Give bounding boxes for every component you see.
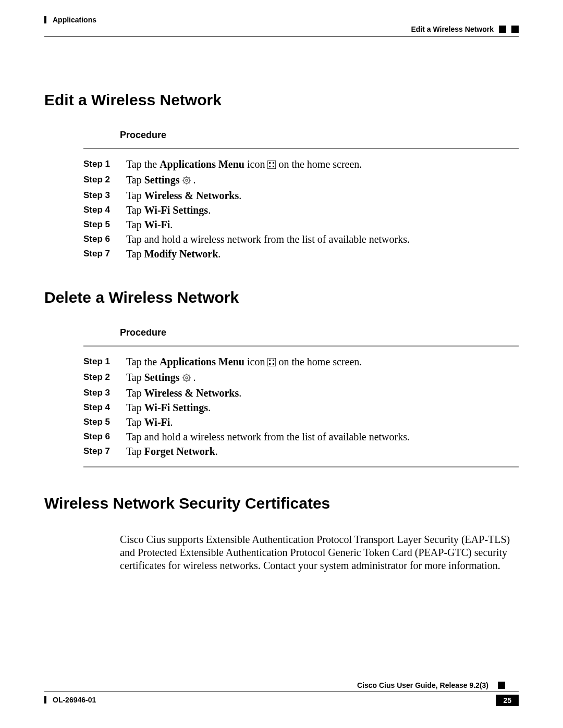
square-icon <box>498 682 505 689</box>
text: icon <box>244 158 267 170</box>
section-title-edit: Edit a Wireless Network <box>44 91 519 109</box>
page-footer: Cisco Cius User Guide, Release 9.2(3) OL… <box>44 692 519 712</box>
text: Tap <box>126 372 144 383</box>
step-text: Tap the Applications Menu icon on the ho… <box>126 355 519 369</box>
steps-top-rule <box>83 346 519 347</box>
svg-point-21 <box>186 377 188 379</box>
step-label: Step 3 <box>83 386 115 400</box>
edit-steps: Step 1 Tap the Applications Menu icon on… <box>83 148 519 261</box>
text: Tap <box>126 416 144 428</box>
text: Tap <box>126 402 144 413</box>
step-label: Step 4 <box>83 401 115 414</box>
step-text: Tap Settings . <box>126 371 519 385</box>
step-row: Step 6 Tap and hold a wireless network f… <box>83 430 519 443</box>
square-icon <box>511 26 519 33</box>
header-left: Applications <box>44 16 96 24</box>
svg-rect-16 <box>269 360 271 361</box>
page-header: Applications Edit a Wireless Network <box>44 16 519 44</box>
text: . <box>191 372 196 383</box>
step-text: Tap Modify Network. <box>126 247 519 261</box>
text: Tap the <box>126 158 160 170</box>
step-label: Step 1 <box>83 355 115 369</box>
text: Tap <box>126 387 144 399</box>
section-title-delete: Delete a Wireless Network <box>44 289 519 306</box>
step-label: Step 7 <box>83 445 115 458</box>
bold-text: Wi-Fi Settings <box>144 204 208 216</box>
step-text: Tap the Applications Menu icon on the ho… <box>126 157 519 172</box>
procedure-heading: Procedure <box>120 327 519 338</box>
bold-text: Applications Menu <box>160 158 244 170</box>
delete-steps: Step 1 Tap the Applications Menu icon on… <box>83 346 519 467</box>
applications-menu-icon <box>267 158 276 172</box>
step-row: Step 4 Tap Wi-Fi Settings. <box>83 401 519 414</box>
text: on the home screen. <box>276 158 362 170</box>
bold-text: Forget Network <box>144 446 215 457</box>
step-text: Tap and hold a wireless network from the… <box>126 232 519 246</box>
step-text: Tap Wi-Fi. <box>126 218 519 231</box>
footer-doc-id: OL-26946-01 <box>53 696 96 704</box>
header-bar-icon <box>44 16 46 23</box>
svg-rect-2 <box>273 162 274 164</box>
text: . <box>218 248 221 260</box>
text: . <box>208 402 211 413</box>
step-label: Step 4 <box>83 203 115 217</box>
step-row: Step 7 Tap Modify Network. <box>83 247 519 261</box>
step-label: Step 6 <box>83 232 115 246</box>
step-row: Step 6 Tap and hold a wireless network f… <box>83 232 519 246</box>
text: Tap <box>126 248 144 260</box>
footer-guide-title: Cisco Cius User Guide, Release 9.2(3) <box>357 681 488 689</box>
page-number: 25 <box>496 695 519 706</box>
svg-rect-15 <box>267 358 276 366</box>
header-section-label: Edit a Wireless Network <box>411 25 494 33</box>
svg-rect-18 <box>269 363 271 365</box>
content: Edit a Wireless Network Procedure Step 1… <box>44 91 519 635</box>
bold-text: Modify Network <box>144 248 218 260</box>
steps-top-rule <box>83 148 519 149</box>
bold-text: Wi-Fi <box>144 416 170 428</box>
step-text: Tap Wi-Fi. <box>126 415 519 429</box>
step-text: Tap and hold a wireless network from the… <box>126 430 519 443</box>
page: Applications Edit a Wireless Network Edi… <box>0 0 563 728</box>
bold-text: Applications Menu <box>160 356 244 367</box>
step-label: Step 2 <box>83 371 115 385</box>
step-text: Tap Wi-Fi Settings. <box>126 203 519 217</box>
text: . <box>170 219 173 230</box>
text: . <box>239 387 241 399</box>
text: Tap <box>126 190 144 201</box>
text: . <box>170 416 173 428</box>
step-row: Step 3 Tap Wireless & Networks. <box>83 386 519 400</box>
step-row: Step 7 Tap Forget Network. <box>83 445 519 458</box>
text: . <box>191 174 196 186</box>
square-icon <box>499 26 506 33</box>
bold-text: Wi-Fi <box>144 219 170 230</box>
bold-text: Wi-Fi Settings <box>144 402 208 413</box>
footer-right: Cisco Cius User Guide, Release 9.2(3) <box>357 681 519 689</box>
footer-rule <box>44 692 519 692</box>
procedure-heading: Procedure <box>120 130 519 141</box>
step-label: Step 2 <box>83 173 115 188</box>
bold-text: Wireless & Networks <box>144 387 239 399</box>
svg-rect-1 <box>269 162 271 164</box>
text: on the home screen. <box>276 356 362 367</box>
bold-text: Wireless & Networks <box>144 190 239 201</box>
text: . <box>208 204 211 216</box>
step-row: Step 5 Tap Wi-Fi. <box>83 218 519 231</box>
text: Tap <box>126 174 144 186</box>
step-text: Tap Forget Network. <box>126 445 519 458</box>
step-row: Step 2 Tap Settings . <box>83 371 519 385</box>
bold-text: Settings <box>144 174 180 186</box>
text: . <box>215 446 218 457</box>
svg-point-6 <box>186 179 188 181</box>
text: Tap <box>126 446 144 457</box>
step-text: Tap Wireless & Networks. <box>126 189 519 202</box>
certs-body: Cisco Cius supports Extensible Authentic… <box>120 533 519 572</box>
step-row: Step 2 Tap Settings . <box>83 173 519 188</box>
svg-rect-17 <box>273 360 274 361</box>
step-row: Step 4 Tap Wi-Fi Settings. <box>83 203 519 217</box>
step-text: Tap Settings . <box>126 173 519 188</box>
step-text: Tap Wi-Fi Settings. <box>126 401 519 414</box>
section-title-certs: Wireless Network Security Certificates <box>44 495 519 512</box>
settings-gear-icon <box>182 174 191 188</box>
step-label: Step 5 <box>83 415 115 429</box>
footer-bar-icon <box>44 696 46 704</box>
